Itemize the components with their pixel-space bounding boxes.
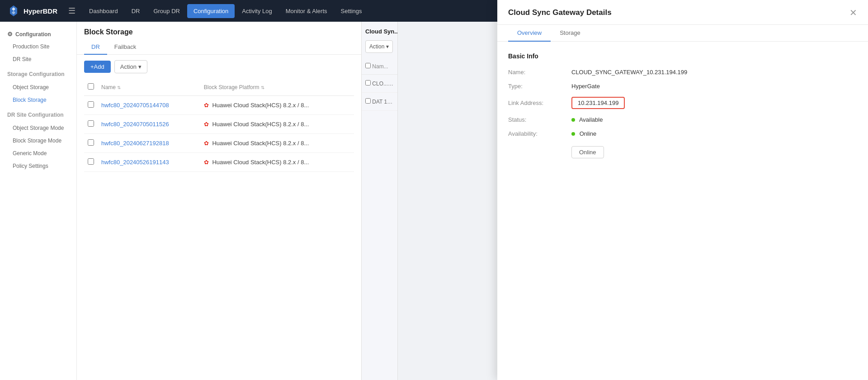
detail-panel-body: Basic Info Name: CLOUD_SYNC_GATEWAY_10.2… bbox=[497, 42, 868, 380]
info-label-type: Type: bbox=[508, 83, 571, 90]
nav-settings[interactable]: Settings bbox=[335, 4, 368, 18]
info-label-availability: Availability: bbox=[508, 130, 571, 137]
select-all-checkbox[interactable] bbox=[88, 83, 94, 90]
info-label-status: Status: bbox=[508, 116, 571, 123]
block-storage-tabs: DR Failback bbox=[77, 40, 361, 55]
col-name: Name ⇅ bbox=[98, 79, 200, 96]
sort-platform-icon[interactable]: ⇅ bbox=[261, 85, 264, 90]
status-dot-online bbox=[571, 132, 575, 136]
sort-name-icon[interactable]: ⇅ bbox=[117, 85, 121, 90]
sidebar: ⚙ Configuration Production Site DR Site … bbox=[0, 22, 77, 380]
cloud-sync-col-name: Nam... bbox=[362, 58, 397, 75]
table-row: hwfc80_20240705011526 ✿ Huawei Cloud Sta… bbox=[84, 115, 354, 134]
row-checkbox-2[interactable] bbox=[88, 139, 94, 146]
info-value-status: Available bbox=[571, 116, 603, 123]
main-layout: ⚙ Configuration Production Site DR Site … bbox=[0, 0, 868, 380]
cloud-sync-row-checkbox-0[interactable] bbox=[365, 80, 371, 86]
info-value-type: HyperGate bbox=[571, 83, 600, 90]
detail-overlay-panel: Cloud Sync Gateway Details ✕ Overview St… bbox=[497, 0, 868, 380]
status-dot-available bbox=[571, 118, 575, 122]
info-value-availability: Online bbox=[571, 130, 596, 137]
nav-dr[interactable]: DR bbox=[125, 4, 146, 18]
nav-monitor-alerts[interactable]: Monitor & Alerts bbox=[279, 4, 334, 18]
cloud-sync-select-all[interactable] bbox=[365, 63, 371, 68]
app-logo: HyperBDR bbox=[7, 5, 57, 17]
add-button[interactable]: +Add bbox=[84, 61, 111, 73]
sidebar-item-production-site[interactable]: Production Site bbox=[0, 40, 76, 53]
row-name-link-0[interactable]: hwfc80_20240705144708 bbox=[101, 102, 169, 109]
row-name-link-2[interactable]: hwfc80_20240627192818 bbox=[101, 140, 169, 147]
chevron-down-icon: ▾ bbox=[138, 63, 142, 70]
row-platform-3: ✿ Huawei Cloud Stack(HCS) 8.2.x / 8... bbox=[200, 153, 354, 172]
cloud-sync-row-1: DAT 11.2... bbox=[362, 93, 397, 111]
sidebar-item-generic-mode[interactable]: Generic Mode bbox=[0, 147, 76, 160]
row-platform-0: ✿ Huawei Cloud Stack(HCS) 8.2.x / 8... bbox=[200, 96, 354, 115]
cloud-sync-row-checkbox-1[interactable] bbox=[365, 98, 371, 104]
detail-panel-header: Cloud Sync Gateway Details ✕ bbox=[497, 0, 868, 25]
row-platform-2: ✿ Huawei Cloud Stack(HCS) 8.2.x / 8... bbox=[200, 134, 354, 153]
cloud-sync-partial-panel: Cloud Syn... Action ▾ Nam... CLO... AY..… bbox=[362, 22, 398, 380]
col-platform: Block Storage Platform ⇅ bbox=[200, 79, 354, 96]
gear-icon: ⚙ bbox=[7, 31, 13, 38]
app-name: HyperBDR bbox=[24, 7, 57, 15]
row-name-link-3[interactable]: hwfc80_20240526191143 bbox=[101, 159, 169, 166]
info-row-name: Name: CLOUD_SYNC_GATEWAY_10.231.194.199 bbox=[508, 69, 857, 76]
row-checkbox-0[interactable] bbox=[88, 101, 94, 108]
row-name-link-1[interactable]: hwfc80_20240705011526 bbox=[101, 121, 169, 128]
block-storage-toolbar: +Add Action ▾ bbox=[77, 55, 361, 79]
row-checkbox-1[interactable] bbox=[88, 120, 94, 127]
table-row: hwfc80_20240627192818 ✿ Huawei Cloud Sta… bbox=[84, 134, 354, 153]
huawei-icon-2: ✿ bbox=[204, 140, 209, 147]
info-row-link-address: Link Address: 10.231.194.199 bbox=[508, 97, 857, 109]
sidebar-item-block-storage[interactable]: Block Storage bbox=[0, 94, 76, 106]
sidebar-item-block-storage-mode[interactable]: Block Storage Mode bbox=[0, 134, 76, 147]
info-value-name: CLOUD_SYNC_GATEWAY_10.231.194.199 bbox=[571, 69, 687, 76]
cloud-sync-row-0: CLO... AY... bbox=[362, 75, 397, 93]
block-storage-panel: Block Storage DR Failback +Add Action ▾ … bbox=[77, 22, 362, 380]
info-label-name: Name: bbox=[508, 69, 571, 76]
tab-dr[interactable]: DR bbox=[84, 40, 107, 55]
menu-icon[interactable]: ☰ bbox=[68, 6, 75, 16]
row-platform-1: ✿ Huawei Cloud Stack(HCS) 8.2.x / 8... bbox=[200, 115, 354, 134]
sidebar-group-storage-config: Storage Configuration bbox=[0, 67, 76, 81]
detail-tab-storage[interactable]: Storage bbox=[551, 25, 590, 42]
nav-configuration[interactable]: Configuration bbox=[187, 4, 235, 18]
huawei-icon-0: ✿ bbox=[204, 102, 209, 109]
sidebar-item-dr-site[interactable]: DR Site bbox=[0, 53, 76, 66]
detail-tab-overview[interactable]: Overview bbox=[508, 25, 551, 42]
info-value-link-address: 10.231.194.199 bbox=[571, 97, 625, 109]
nav-dashboard[interactable]: Dashboard bbox=[83, 4, 124, 18]
huawei-icon-1: ✿ bbox=[204, 121, 209, 128]
sidebar-item-policy-settings[interactable]: Policy Settings bbox=[0, 160, 76, 172]
online-button[interactable]: Online bbox=[571, 146, 604, 158]
info-row-availability: Availability: Online bbox=[508, 130, 857, 137]
cloud-sync-partial-toolbar: Action ▾ bbox=[362, 35, 397, 58]
table-row: hwfc80_20240705144708 ✿ Huawei Cloud Sta… bbox=[84, 96, 354, 115]
block-storage-title: Block Storage bbox=[77, 22, 361, 36]
sidebar-group-dr-site-config: DR Site Configuration bbox=[0, 108, 76, 122]
row-checkbox-3[interactable] bbox=[88, 158, 94, 165]
detail-panel-tabs: Overview Storage bbox=[497, 25, 868, 42]
info-label-link-address: Link Address: bbox=[508, 100, 571, 106]
table-row: hwfc80_20240526191143 ✿ Huawei Cloud Sta… bbox=[84, 153, 354, 172]
online-button-wrapper: Online bbox=[571, 144, 857, 158]
info-row-status: Status: Available bbox=[508, 116, 857, 123]
logo-icon bbox=[7, 5, 20, 17]
action-button[interactable]: Action ▾ bbox=[114, 60, 147, 73]
tab-failback[interactable]: Failback bbox=[107, 40, 143, 55]
cloud-sync-partial-title: Cloud Syn... bbox=[362, 22, 397, 35]
sidebar-section-configuration: ⚙ Configuration bbox=[0, 25, 76, 40]
sidebar-item-object-storage[interactable]: Object Storage bbox=[0, 81, 76, 94]
block-storage-table-wrap: Name ⇅ Block Storage Platform ⇅ hwfc80_2… bbox=[77, 79, 361, 380]
huawei-icon-3: ✿ bbox=[204, 159, 209, 166]
detail-panel-title: Cloud Sync Gateway Details bbox=[508, 8, 612, 17]
sidebar-item-object-storage-mode[interactable]: Object Storage Mode bbox=[0, 122, 76, 134]
block-storage-table: Name ⇅ Block Storage Platform ⇅ hwfc80_2… bbox=[84, 79, 354, 172]
nav-activity-log[interactable]: Activity Log bbox=[236, 4, 278, 18]
detail-section-title: Basic Info bbox=[508, 52, 857, 60]
info-row-type: Type: HyperGate bbox=[508, 83, 857, 90]
close-button[interactable]: ✕ bbox=[849, 8, 857, 17]
nav-group-dr[interactable]: Group DR bbox=[147, 4, 186, 18]
cloud-sync-action-button[interactable]: Action ▾ bbox=[365, 40, 393, 53]
